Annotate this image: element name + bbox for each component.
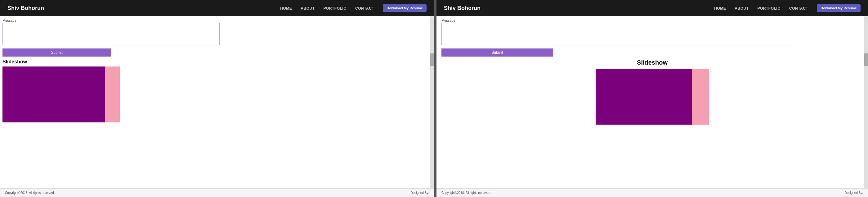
right-nav-contact[interactable]: CONTACT <box>789 5 808 11</box>
left-nav-portfolio[interactable]: PORTFOLIO <box>323 5 346 11</box>
right-nav-about[interactable]: ABOUT <box>735 5 749 11</box>
right-message-label: Message <box>441 19 861 22</box>
left-message-textarea[interactable] <box>2 23 220 45</box>
left-scrollbar-thumb[interactable] <box>430 53 434 66</box>
left-form-area: Message Submit <box>0 16 434 57</box>
right-submit-button[interactable]: Submit <box>441 49 553 57</box>
right-slideshow-title: Slideshow <box>637 59 668 66</box>
left-scrollbar[interactable] <box>430 16 434 196</box>
right-content: Message Submit Slideshow <box>436 16 868 197</box>
left-message-label: Message <box>2 19 429 22</box>
left-nav-about[interactable]: ABOUT <box>301 5 315 11</box>
right-panel: Shiv Bohorun HOME ABOUT PORTFOLIO CONTAC… <box>434 0 868 197</box>
left-nav-links: HOME ABOUT PORTFOLIO CONTACT Download My… <box>280 4 427 12</box>
left-resume-button[interactable]: Download My Resume <box>383 4 427 12</box>
right-designed-by: Designed By: <box>845 191 863 195</box>
left-footer: Copyright©2018. All rights reserved. Des… <box>0 188 434 197</box>
right-resume-btn-item[interactable]: Download My Resume <box>817 4 861 12</box>
right-slideshow-images <box>596 69 709 124</box>
left-slideshow-images <box>2 66 434 122</box>
right-resume-button[interactable]: Download My Resume <box>817 4 861 12</box>
right-nav-links: HOME ABOUT PORTFOLIO CONTACT Download My… <box>714 4 861 12</box>
right-copyright: Copyright©2018. All rights reserved. <box>441 191 491 195</box>
left-brand: Shiv Bohorun <box>7 5 44 11</box>
left-submit-button[interactable]: Submit <box>2 49 111 57</box>
right-nav-portfolio[interactable]: PORTFOLIO <box>757 5 780 11</box>
right-form-area: Message Submit <box>436 16 868 57</box>
right-navbar: Shiv Bohorun HOME ABOUT PORTFOLIO CONTAC… <box>436 0 868 16</box>
left-copyright: Copyright©2018. All rights reserved. <box>5 191 55 195</box>
right-scrollbar-thumb[interactable] <box>864 53 868 66</box>
right-brand: Shiv Bohorun <box>444 5 480 11</box>
left-resume-btn-item[interactable]: Download My Resume <box>383 4 427 12</box>
left-slideshow-section: Slideshow <box>0 57 434 122</box>
left-nav-home[interactable]: HOME <box>280 5 292 11</box>
left-slide-pink <box>105 66 120 122</box>
right-footer: Copyright©2018. All rights reserved. Des… <box>436 188 868 197</box>
right-scrollbar[interactable] <box>864 16 868 196</box>
left-nav-contact[interactable]: CONTACT <box>355 5 374 11</box>
left-panel: Shiv Bohorun HOME ABOUT PORTFOLIO CONTAC… <box>0 0 434 197</box>
left-slide-purple <box>2 66 105 122</box>
right-message-textarea[interactable] <box>441 23 798 45</box>
left-navbar: Shiv Bohorun HOME ABOUT PORTFOLIO CONTAC… <box>0 0 434 16</box>
right-slide-pink <box>692 69 709 124</box>
right-nav-home[interactable]: HOME <box>714 5 726 11</box>
left-slideshow-title: Slideshow <box>2 59 434 65</box>
left-content: Message Submit Slideshow <box>0 16 434 197</box>
left-designed-by: Designed By: <box>411 191 429 195</box>
right-slideshow-section: Slideshow <box>436 57 868 124</box>
right-slide-purple <box>596 69 692 124</box>
